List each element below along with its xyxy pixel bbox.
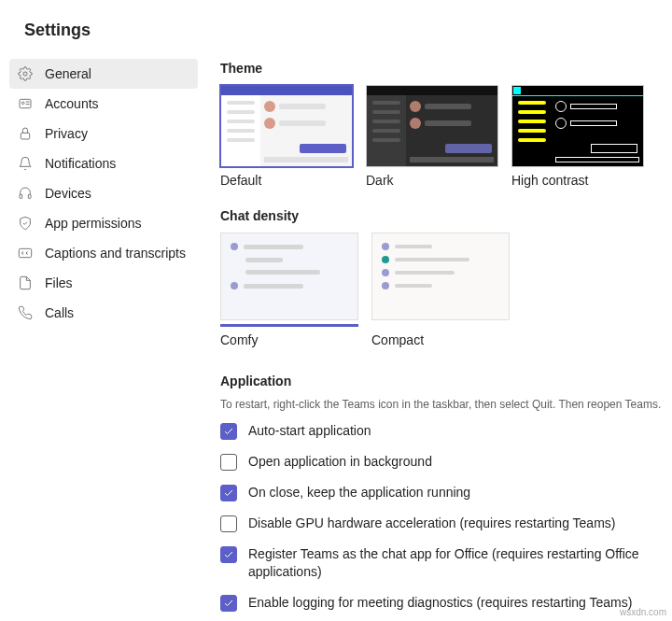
theme-option-default[interactable]: Default (220, 85, 353, 188)
sidebar-item-label: Devices (45, 186, 91, 201)
sidebar: GeneralAccountsPrivacyNotificationsDevic… (0, 55, 207, 621)
sidebar-item-calls[interactable]: Calls (9, 298, 198, 328)
svg-rect-6 (19, 248, 31, 257)
svg-rect-3 (21, 133, 29, 139)
theme-heading: Theme (220, 61, 672, 76)
checkbox[interactable] (220, 454, 237, 471)
checkbox[interactable] (220, 595, 237, 612)
chat-density-options: Comfy Compact (220, 233, 672, 347)
density-thumb-comfy (220, 233, 358, 320)
watermark: wsxdn.com (620, 607, 666, 617)
sidebar-item-devices[interactable]: Devices (9, 178, 198, 208)
theme-option-dark[interactable]: Dark (366, 85, 498, 188)
sidebar-item-accounts[interactable]: Accounts (9, 89, 198, 119)
sidebar-item-label: App permissions (45, 216, 142, 231)
file-icon (17, 275, 34, 291)
checkbox[interactable] (220, 485, 237, 501)
sidebar-item-label: Accounts (45, 96, 99, 111)
sidebar-item-label: Files (45, 275, 73, 290)
theme-thumb-high-contrast (511, 85, 644, 167)
svg-rect-5 (28, 194, 31, 198)
chat-density-heading: Chat density (220, 208, 672, 223)
theme-thumb-dark (366, 85, 498, 167)
theme-thumb-default (220, 85, 353, 167)
sidebar-item-captions[interactable]: Captions and transcripts (9, 238, 198, 268)
sidebar-item-app-permissions[interactable]: App permissions (9, 208, 198, 238)
checkbox-row: Disable GPU hardware acceleration (requi… (220, 515, 672, 532)
checkbox-label: Disable GPU hardware acceleration (requi… (248, 515, 615, 532)
density-label-compact: Compact (371, 332, 510, 347)
gear-icon (17, 65, 34, 82)
theme-label-default: Default (220, 173, 353, 188)
checkbox-label: On close, keep the application running (248, 484, 470, 501)
application-heading: Application (220, 374, 672, 388)
lock-icon (17, 125, 34, 142)
checkbox[interactable] (220, 546, 237, 563)
checkbox[interactable] (220, 515, 237, 532)
sidebar-item-label: General (45, 66, 91, 81)
sidebar-item-privacy[interactable]: Privacy (9, 119, 198, 148)
theme-label-high-contrast: High contrast (511, 173, 644, 188)
checkbox-row: Open application in background (220, 453, 672, 471)
sidebar-item-label: Privacy (45, 126, 88, 141)
bell-icon (17, 155, 34, 172)
headset-icon (17, 185, 34, 202)
svg-point-2 (21, 102, 24, 105)
theme-options: Default Dark (220, 85, 672, 188)
density-label-comfy: Comfy (220, 332, 358, 347)
theme-option-high-contrast[interactable]: High contrast (511, 85, 644, 188)
theme-label-dark: Dark (366, 173, 498, 188)
sidebar-item-files[interactable]: Files (9, 268, 198, 298)
checkbox-label: Auto-start application (248, 422, 371, 440)
sidebar-item-notifications[interactable]: Notifications (9, 148, 198, 178)
svg-rect-1 (20, 99, 31, 107)
checkbox-row: Auto-start application (220, 422, 672, 440)
sidebar-item-label: Calls (45, 305, 74, 320)
card-icon (17, 95, 34, 112)
density-option-comfy[interactable]: Comfy (220, 233, 358, 347)
checkbox-label: Register Teams as the chat app for Offic… (248, 545, 640, 581)
density-option-compact[interactable]: Compact (371, 233, 510, 347)
phone-icon (17, 304, 34, 321)
sidebar-item-label: Notifications (45, 156, 116, 171)
density-thumb-compact (371, 233, 510, 320)
checkbox-row: On close, keep the application running (220, 484, 672, 501)
sidebar-item-general[interactable]: General (9, 59, 198, 89)
checkbox-row: Enable logging for meeting diagnostics (… (220, 594, 672, 612)
checkbox[interactable] (220, 423, 237, 440)
checkbox-label: Open application in background (248, 453, 432, 471)
checkbox-row: Register Teams as the chat app for Offic… (220, 545, 672, 581)
svg-point-0 (23, 72, 27, 76)
shield-icon (17, 215, 34, 232)
application-tip: To restart, right-click the Teams icon i… (220, 398, 672, 411)
checkbox-label: Enable logging for meeting diagnostics (… (248, 594, 632, 612)
sidebar-item-label: Captions and transcripts (45, 246, 186, 261)
cc-icon (17, 245, 34, 261)
settings-content: Theme Default (207, 55, 672, 621)
page-title: Settings (0, 0, 672, 55)
svg-rect-4 (20, 194, 22, 198)
